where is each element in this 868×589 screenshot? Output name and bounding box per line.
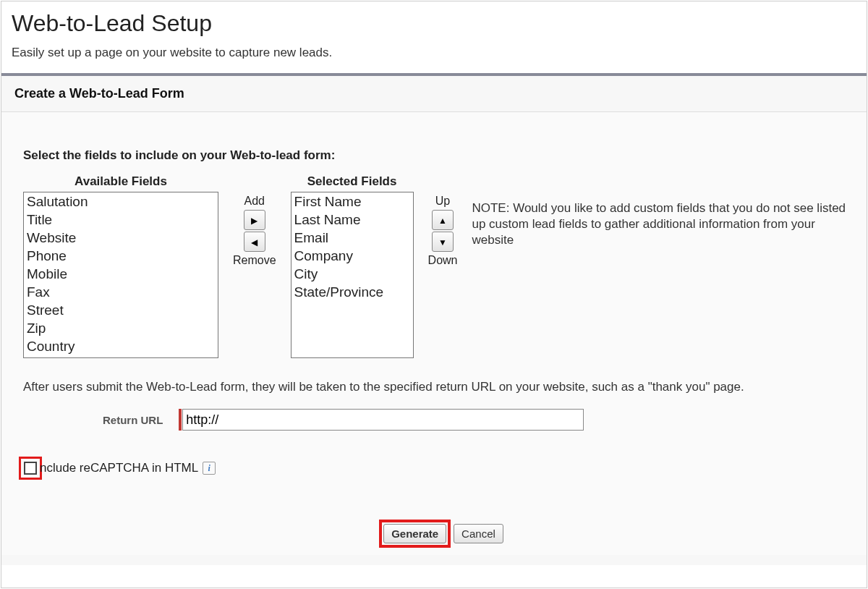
recaptcha-label: nclude reCAPTCHA in HTML — [40, 461, 198, 475]
list-item[interactable]: Street — [24, 301, 218, 319]
selected-fields-label: Selected Fields — [307, 174, 397, 189]
list-item[interactable]: Country — [24, 337, 218, 355]
required-indicator — [179, 409, 182, 431]
return-url-label: Return URL — [103, 414, 163, 426]
return-url-row: Return URL — [103, 409, 859, 431]
return-url-description: After users submit the Web-to-Lead form,… — [23, 380, 859, 394]
triangle-up-icon: ▲ — [438, 216, 447, 226]
add-button[interactable]: ▶ — [244, 210, 265, 230]
move-down-button[interactable]: ▼ — [432, 232, 454, 252]
available-fields-listbox[interactable]: Salutation Title Website Phone Mobile Fa… — [23, 192, 218, 358]
remove-button[interactable]: ◀ — [244, 232, 265, 252]
list-item[interactable]: Company — [292, 247, 413, 265]
move-up-button[interactable]: ▲ — [432, 210, 454, 230]
down-label: Down — [428, 254, 458, 267]
highlight-box: Generate — [379, 520, 451, 548]
triangle-right-icon: ▶ — [251, 216, 258, 226]
list-item[interactable]: Last Name — [292, 211, 413, 229]
remove-label: Remove — [233, 254, 276, 267]
selected-fields-column: Selected Fields First Name Last Name Ema… — [291, 174, 414, 358]
add-remove-column: Add ▶ ◀ Remove — [233, 174, 276, 268]
up-label: Up — [435, 195, 450, 208]
add-label: Add — [244, 195, 265, 208]
triangle-down-icon: ▼ — [438, 237, 447, 247]
list-item[interactable]: Fax — [24, 283, 218, 301]
list-item[interactable]: Zip — [24, 319, 218, 337]
available-fields-column: Available Fields Salutation Title Websit… — [23, 174, 218, 358]
selected-fields-listbox[interactable]: First Name Last Name Email Company City … — [291, 192, 414, 358]
available-fields-label: Available Fields — [75, 174, 167, 189]
list-item[interactable]: Phone — [24, 247, 218, 265]
list-item[interactable]: Mobile — [24, 265, 218, 283]
up-down-column: Up ▲ ▼ Down — [428, 174, 458, 268]
return-url-input[interactable] — [182, 409, 584, 431]
custom-fields-note: NOTE: Would you like to add custom field… — [472, 174, 859, 248]
form-panel: Create a Web-to-Lead Form Select the fie… — [1, 73, 867, 565]
page-subtitle: Easily set up a page on your website to … — [1, 41, 867, 73]
field-picker: Available Fields Salutation Title Websit… — [23, 174, 859, 358]
triangle-left-icon: ◀ — [251, 237, 258, 247]
field-select-instruction: Select the fields to include on your Web… — [23, 148, 859, 163]
generate-button[interactable]: Generate — [383, 524, 446, 543]
list-item[interactable]: Salutation — [24, 192, 218, 211]
page-container: Web-to-Lead Setup Easily set up a page o… — [1, 1, 867, 588]
page-title: Web-to-Lead Setup — [1, 1, 867, 41]
action-row: Generate Cancel — [23, 520, 859, 548]
recaptcha-row: nclude reCAPTCHA in HTML i — [19, 457, 859, 480]
cancel-button[interactable]: Cancel — [454, 524, 503, 543]
list-item[interactable]: City — [292, 265, 413, 283]
list-item[interactable]: Title — [24, 211, 218, 229]
list-item[interactable]: Email — [292, 229, 413, 247]
list-item[interactable]: First Name — [292, 192, 413, 211]
info-icon[interactable]: i — [203, 462, 216, 475]
list-item[interactable]: State/Province — [292, 283, 413, 301]
highlight-box — [19, 457, 42, 480]
list-item[interactable]: Website — [24, 229, 218, 247]
recaptcha-checkbox[interactable] — [24, 462, 37, 475]
panel-body: Select the fields to include on your Web… — [1, 112, 867, 555]
panel-title: Create a Web-to-Lead Form — [1, 76, 867, 112]
